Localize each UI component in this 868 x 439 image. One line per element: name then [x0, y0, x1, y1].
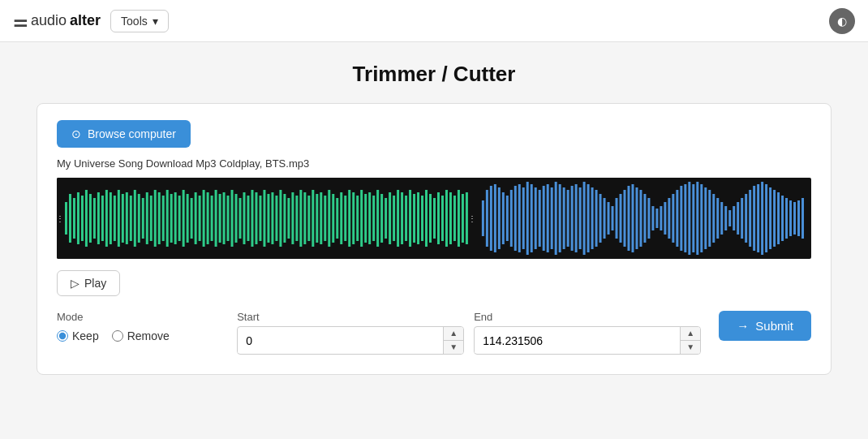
svg-rect-14: [122, 194, 124, 243]
svg-rect-31: [191, 198, 193, 239]
svg-rect-1: [69, 194, 71, 243]
svg-rect-109: [514, 186, 517, 251]
waveform-handle-left[interactable]: [57, 178, 63, 259]
start-input-wrap: ▲ ▼: [237, 326, 464, 355]
svg-rect-58: [299, 190, 302, 247]
svg-rect-125: [579, 187, 582, 249]
svg-rect-45: [247, 196, 249, 241]
svg-rect-138: [631, 184, 634, 252]
svg-rect-150: [680, 186, 682, 251]
svg-rect-48: [259, 196, 261, 241]
play-button[interactable]: ▷ Play: [57, 270, 120, 296]
waveform-display: [57, 178, 811, 259]
mode-keep-option[interactable]: Keep: [57, 329, 99, 342]
svg-rect-170: [761, 182, 763, 255]
play-icon: ▷: [71, 277, 79, 290]
svg-rect-73: [360, 190, 363, 247]
svg-rect-33: [199, 196, 201, 241]
svg-rect-166: [745, 194, 747, 243]
svg-rect-144: [655, 209, 658, 228]
svg-rect-78: [380, 194, 383, 243]
svg-rect-106: [502, 192, 505, 244]
mode-remove-option[interactable]: Remove: [112, 329, 170, 342]
svg-rect-122: [567, 190, 569, 247]
svg-rect-155: [700, 184, 703, 252]
avatar-icon: ◐: [837, 15, 847, 28]
logo: ⚌ audioalter: [13, 11, 101, 31]
svg-rect-130: [599, 194, 602, 243]
end-label: End: [474, 311, 701, 323]
waveform-handle-right[interactable]: [469, 178, 475, 259]
svg-rect-97: [458, 190, 460, 247]
svg-rect-171: [765, 184, 767, 252]
tools-button[interactable]: Tools ▾: [110, 10, 169, 32]
svg-rect-141: [643, 194, 646, 243]
svg-rect-133: [612, 206, 614, 230]
svg-rect-153: [692, 184, 694, 252]
svg-rect-52: [275, 196, 277, 241]
end-decrement-button[interactable]: ▼: [681, 340, 700, 354]
logo-alter: alter: [70, 12, 101, 29]
svg-rect-136: [623, 190, 625, 247]
svg-rect-34: [203, 190, 205, 247]
start-decrement-button[interactable]: ▼: [444, 340, 463, 354]
mode-radio-group: Keep Remove: [57, 329, 219, 342]
svg-rect-117: [547, 184, 549, 252]
submit-button[interactable]: → Submit: [719, 311, 811, 341]
svg-rect-76: [372, 196, 375, 241]
svg-rect-55: [287, 198, 290, 239]
svg-rect-161: [724, 206, 727, 230]
svg-rect-51: [271, 192, 273, 244]
start-label: Start: [237, 311, 464, 323]
svg-rect-165: [741, 198, 743, 239]
browse-computer-button[interactable]: ⊙ Browse computer: [57, 120, 191, 148]
svg-rect-178: [793, 202, 796, 235]
svg-rect-44: [243, 192, 246, 244]
svg-rect-127: [587, 184, 590, 252]
svg-rect-43: [239, 198, 242, 239]
svg-rect-16: [130, 196, 132, 241]
svg-rect-126: [583, 182, 586, 255]
svg-rect-49: [263, 190, 265, 247]
svg-rect-140: [639, 190, 642, 247]
svg-rect-60: [307, 196, 310, 241]
svg-rect-162: [728, 210, 731, 226]
svg-rect-176: [785, 198, 788, 239]
svg-rect-85: [409, 190, 411, 247]
svg-rect-17: [134, 190, 136, 247]
avatar[interactable]: ◐: [829, 8, 855, 34]
svg-rect-63: [320, 192, 322, 244]
end-spinners: ▲ ▼: [680, 327, 700, 354]
end-increment-button[interactable]: ▲: [681, 327, 700, 340]
svg-rect-61: [312, 190, 314, 247]
svg-rect-96: [453, 196, 456, 241]
waveform-svg: [57, 178, 811, 259]
svg-rect-154: [696, 182, 698, 255]
svg-rect-36: [211, 196, 213, 241]
controls-row: Mode Keep Remove Start: [57, 311, 811, 355]
mode-remove-radio[interactable]: [112, 330, 123, 342]
svg-rect-79: [385, 198, 387, 239]
svg-rect-180: [801, 198, 804, 239]
svg-rect-164: [737, 202, 739, 235]
svg-rect-147: [668, 198, 670, 239]
svg-rect-10: [105, 190, 108, 247]
start-input[interactable]: [238, 329, 443, 353]
main-content: Trimmer / Cutter ⊙ Browse computer My Un…: [0, 42, 868, 394]
svg-rect-18: [138, 194, 140, 243]
svg-rect-46: [251, 190, 253, 247]
svg-rect-57: [295, 196, 298, 241]
mode-keep-radio[interactable]: [57, 330, 68, 342]
svg-rect-124: [575, 184, 578, 252]
start-increment-button[interactable]: ▲: [444, 327, 463, 340]
svg-rect-3: [77, 192, 79, 244]
svg-rect-104: [494, 184, 496, 252]
svg-rect-107: [506, 196, 509, 241]
svg-rect-134: [616, 198, 618, 239]
svg-rect-172: [769, 187, 771, 249]
svg-rect-90: [429, 194, 432, 243]
file-name-label: My Universe Song Download Mp3 Coldplay, …: [57, 157, 811, 170]
end-input[interactable]: [475, 329, 680, 353]
svg-rect-159: [716, 198, 719, 239]
svg-rect-160: [720, 202, 723, 235]
